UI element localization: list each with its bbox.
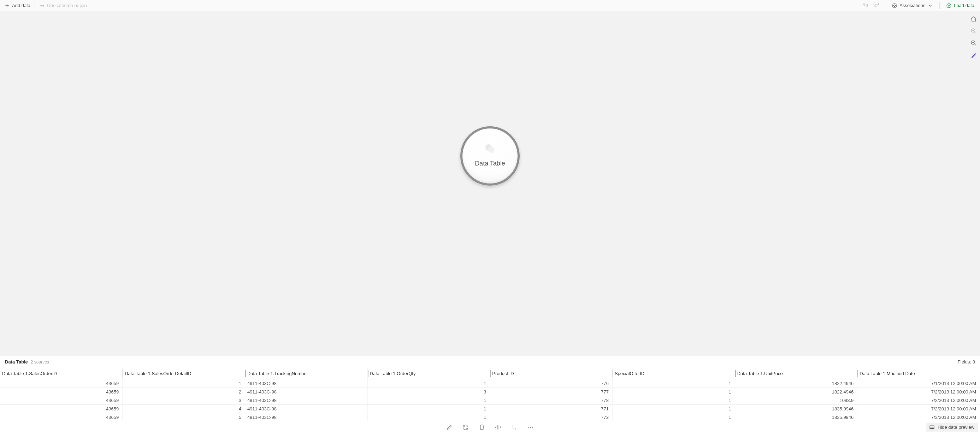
zoom-out-button[interactable] bbox=[969, 27, 978, 35]
table-cell: 7/2/2013 12:00:00 AM bbox=[858, 405, 980, 413]
column-header[interactable]: Data Table 1.Modified Date bbox=[858, 368, 980, 379]
home-icon bbox=[970, 16, 977, 22]
home-button[interactable] bbox=[969, 15, 978, 23]
footer-toolbar: Hide data preview bbox=[0, 421, 980, 433]
table-cell: 1822.4946 bbox=[735, 388, 858, 396]
table-cell: 4911-403C-98 bbox=[245, 396, 368, 405]
table-cell: 1 bbox=[368, 379, 490, 388]
table-cell: 4911-403C-98 bbox=[245, 405, 368, 413]
table-cell: 7/2/2013 12:00:00 AM bbox=[858, 396, 980, 405]
table-cell: 4911-403C-98 bbox=[245, 413, 368, 421]
table-cell: 4911-403C-98 bbox=[245, 388, 368, 396]
hide-data-preview-button[interactable]: Hide data preview bbox=[926, 423, 978, 431]
table-cell: 1835.9946 bbox=[735, 405, 858, 413]
panel-bottom-icon bbox=[929, 425, 935, 430]
column-header[interactable]: Data Table 1.OrderQty bbox=[368, 368, 490, 379]
preview-sources: 2 sources bbox=[31, 360, 49, 365]
table-cell: 4 bbox=[123, 405, 245, 413]
svg-marker-7 bbox=[948, 5, 950, 6]
column-header[interactable]: Data Table 1.SalesOrderDetailID bbox=[123, 368, 245, 379]
canvas-area[interactable]: Data Table bbox=[0, 11, 980, 356]
add-data-label: Add data bbox=[12, 3, 30, 8]
table-cell: 1 bbox=[123, 379, 245, 388]
associations-icon bbox=[892, 3, 897, 8]
table-cell: 1 bbox=[612, 379, 735, 388]
table-cell: 43659 bbox=[0, 413, 123, 421]
more-horizontal-icon bbox=[527, 424, 534, 431]
toolbar-separator bbox=[939, 2, 940, 9]
table-cell: 43659 bbox=[0, 405, 123, 413]
table-row[interactable]: 4365934911-403C-98177811098.97/2/2013 12… bbox=[0, 396, 980, 405]
redo-button[interactable] bbox=[872, 0, 881, 11]
undo-button[interactable] bbox=[861, 0, 870, 11]
split-button[interactable] bbox=[495, 424, 501, 431]
associations-label: Associations bbox=[899, 3, 925, 8]
more-button[interactable] bbox=[527, 424, 534, 431]
column-header[interactable]: Data Table 1.TrackingNumber bbox=[245, 368, 368, 379]
table-cell: 772 bbox=[490, 413, 612, 421]
table-cell: 3 bbox=[368, 388, 490, 396]
svg-point-19 bbox=[532, 427, 533, 428]
canvas-side-tools bbox=[969, 15, 978, 59]
magic-wand-button[interactable] bbox=[969, 51, 978, 59]
table-cell: 1835.9946 bbox=[735, 413, 858, 421]
column-header[interactable]: Product ID bbox=[490, 368, 612, 379]
trash-icon bbox=[479, 424, 485, 431]
table-cell: 7/3/2013 12:00:00 AM bbox=[858, 413, 980, 421]
table-cell: 777 bbox=[490, 388, 612, 396]
bubble-overlap-icon bbox=[485, 144, 495, 154]
zoom-in-icon bbox=[970, 40, 977, 46]
column-header[interactable]: Data Table 1.UnitPrice bbox=[735, 368, 858, 379]
table-cell: 771 bbox=[490, 405, 612, 413]
refresh-button[interactable] bbox=[463, 424, 469, 431]
table-cell: 1 bbox=[368, 405, 490, 413]
table-cell: 1 bbox=[612, 413, 735, 421]
svg-line-9 bbox=[974, 32, 976, 33]
zoom-out-icon bbox=[970, 28, 977, 34]
table-cell: 778 bbox=[490, 396, 612, 405]
play-circle-icon bbox=[946, 3, 952, 8]
top-toolbar: Add data Concatenate or join Association… bbox=[0, 0, 980, 11]
load-data-label: Load data bbox=[954, 3, 974, 8]
add-data-button[interactable]: Add data bbox=[2, 2, 33, 10]
table-cell: 776 bbox=[490, 379, 612, 388]
table-cell: 1 bbox=[612, 396, 735, 405]
pencil-icon bbox=[446, 424, 453, 431]
edit-button[interactable] bbox=[446, 424, 453, 431]
chevron-down-icon bbox=[928, 3, 933, 8]
refresh-icon bbox=[463, 424, 469, 431]
data-table-bubble[interactable]: Data Table bbox=[460, 126, 520, 186]
column-header[interactable]: SpecialOfferID bbox=[612, 368, 735, 379]
unpivot-button bbox=[511, 424, 517, 431]
table-row[interactable]: 4365924911-403C-98377711822.49467/2/2013… bbox=[0, 388, 980, 396]
zoom-in-button[interactable] bbox=[969, 39, 978, 47]
table-cell: 7/1/2013 12:00:00 AM bbox=[858, 379, 980, 388]
column-header[interactable]: Data Table 1.SalesOrderID bbox=[0, 368, 123, 379]
load-data-button[interactable]: Load data bbox=[943, 2, 978, 10]
table-row[interactable]: 4365914911-403C-98177611822.49467/1/2013… bbox=[0, 379, 980, 388]
svg-point-18 bbox=[530, 427, 531, 428]
svg-point-4 bbox=[892, 3, 897, 8]
data-preview-grid[interactable]: Data Table 1.SalesOrderIDData Table 1.Sa… bbox=[0, 368, 980, 421]
bubble-label: Data Table bbox=[475, 160, 505, 167]
toolbar-separator bbox=[35, 2, 35, 9]
table-cell: 5 bbox=[123, 413, 245, 421]
redo-icon bbox=[873, 2, 880, 8]
table-cell: 1 bbox=[612, 405, 735, 413]
table-cell: 1098.9 bbox=[735, 396, 858, 405]
split-icon bbox=[495, 424, 501, 431]
table-row[interactable]: 4365954911-403C-98177211835.99467/3/2013… bbox=[0, 413, 980, 421]
svg-rect-21 bbox=[930, 427, 934, 429]
magic-wand-icon bbox=[970, 52, 977, 58]
concatenate-join-label: Concatenate or join bbox=[47, 3, 87, 8]
svg-point-17 bbox=[528, 427, 529, 428]
associations-button[interactable]: Associations bbox=[889, 2, 936, 10]
svg-line-12 bbox=[974, 44, 976, 46]
table-row[interactable]: 4365944911-403C-98177111835.99467/2/2013… bbox=[0, 405, 980, 413]
table-cell: 3 bbox=[123, 396, 245, 405]
table-cell: 7/2/2013 12:00:00 AM bbox=[858, 388, 980, 396]
delete-button[interactable] bbox=[479, 424, 485, 431]
grid-header-row: Data Table 1.SalesOrderIDData Table 1.Sa… bbox=[0, 368, 980, 379]
concatenate-join-button: Concatenate or join bbox=[37, 2, 90, 10]
table-cell: 4911-403C-98 bbox=[245, 379, 368, 388]
